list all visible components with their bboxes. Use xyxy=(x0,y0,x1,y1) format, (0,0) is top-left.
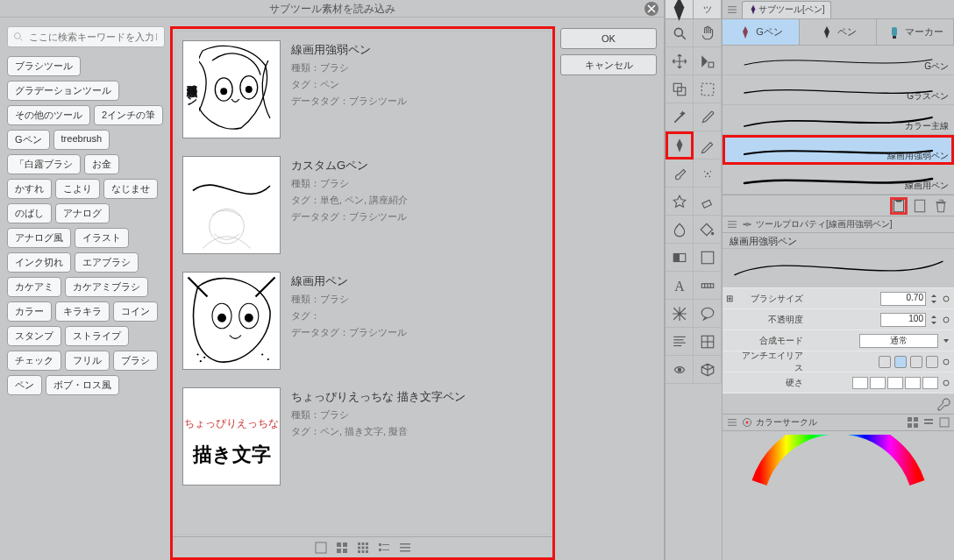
tag-item[interactable]: カケアミ xyxy=(7,277,61,297)
color-slider-icon[interactable] xyxy=(922,416,935,429)
tool-tab-more[interactable]: ツ xyxy=(694,0,722,18)
delete-subtool-button[interactable] xyxy=(933,198,949,214)
hardness-options[interactable] xyxy=(852,377,938,389)
tool-move-layer[interactable] xyxy=(666,75,694,103)
tool-fill[interactable] xyxy=(694,216,722,244)
tool-pencil[interactable] xyxy=(694,131,722,159)
tag-item[interactable]: ブラシ xyxy=(113,351,158,371)
tag-item[interactable]: フリル xyxy=(65,351,110,371)
tag-item[interactable]: コイン xyxy=(113,301,158,322)
result-item[interactable]: ちょっぴりえっちな描き文字ちょっぴりえっちな 描き文字ペン種類：ブラシタグ：ペン… xyxy=(175,379,550,494)
view-list-icon[interactable] xyxy=(399,542,411,554)
brush-item[interactable]: 線画用ペン xyxy=(723,165,954,195)
tag-item[interactable]: アナログ xyxy=(55,203,110,223)
tool-panel[interactable] xyxy=(694,328,722,356)
import-subtool-button[interactable] xyxy=(891,198,907,214)
subtool-panel-tab[interactable]: サブツール[ペン] xyxy=(742,1,831,18)
link-icon[interactable] xyxy=(942,315,950,325)
blend-mode-select[interactable]: 通常 xyxy=(859,334,938,348)
prop-opacity[interactable]: 不透明度 100 xyxy=(723,308,954,330)
panel-menu-icon[interactable] xyxy=(726,218,738,230)
panel-menu-icon[interactable] xyxy=(726,416,738,429)
view-detail-icon[interactable] xyxy=(378,542,390,554)
tool-correct[interactable] xyxy=(666,356,694,384)
result-item[interactable]: 線画用強弱ペン線画用強弱ペン種類：ブラシタグ：ペンデータタグ：ブラシツール xyxy=(175,32,550,147)
tag-item[interactable]: ブラシツール xyxy=(7,56,81,76)
brush-item[interactable]: カラー主線 xyxy=(723,105,954,135)
tool-text[interactable]: A xyxy=(666,272,694,300)
view-grid-icon[interactable] xyxy=(336,542,348,554)
link-icon[interactable] xyxy=(942,378,950,388)
tag-item[interactable]: カラー xyxy=(7,301,52,322)
tag-item[interactable]: グラデーションツール xyxy=(7,81,119,101)
tool-deco[interactable] xyxy=(666,188,694,216)
opacity-value[interactable]: 100 xyxy=(880,313,926,327)
tool-ruler[interactable] xyxy=(694,272,722,300)
color-circle[interactable] xyxy=(723,431,954,560)
tag-item[interactable]: お金 xyxy=(84,154,119,174)
stepper-icon[interactable] xyxy=(929,294,938,304)
color-set-icon[interactable] xyxy=(907,416,919,429)
tool-effectline[interactable] xyxy=(666,328,694,356)
tag-item[interactable]: 「白露ブラシ xyxy=(7,154,81,174)
tool-eyedropper[interactable] xyxy=(694,103,722,131)
tag-item[interactable]: のばし xyxy=(7,203,52,223)
tool-3d[interactable] xyxy=(694,356,722,384)
tag-item[interactable]: ボブ・ロス風 xyxy=(46,375,119,395)
subtool-tab[interactable]: ペン xyxy=(800,19,877,45)
tool-tab-pen[interactable] xyxy=(666,0,694,18)
tag-item[interactable]: イラスト xyxy=(75,228,129,248)
tool-brush[interactable] xyxy=(666,159,694,188)
chevron-down-icon[interactable] xyxy=(942,336,950,346)
tag-item[interactable]: キラキラ xyxy=(55,301,110,322)
subtool-tab[interactable]: マーカー xyxy=(877,19,954,45)
tool-select[interactable] xyxy=(694,75,722,103)
stepper-icon[interactable] xyxy=(929,315,938,325)
tag-item[interactable]: Gペン xyxy=(7,130,50,150)
tool-balloon[interactable] xyxy=(694,300,722,328)
results-list[interactable]: 線画用強弱ペン線画用強弱ペン種類：ブラシタグ：ペンデータタグ：ブラシツールカスタ… xyxy=(174,31,551,535)
tool-shape[interactable] xyxy=(694,244,722,272)
tool-blend[interactable] xyxy=(666,216,694,244)
link-icon[interactable] xyxy=(942,294,950,304)
brush-item[interactable]: 線画用強弱ペン xyxy=(723,135,954,165)
prop-brush-size[interactable]: ⊞ ブラシサイズ 0.70 xyxy=(723,287,954,308)
tag-item[interactable]: エアブラシ xyxy=(75,252,139,273)
tool-gradient[interactable] xyxy=(666,244,694,272)
result-item[interactable]: カスタムGペン種類：ブラシタグ：単色, ペン, 講座紹介データタグ：ブラシツール xyxy=(175,147,550,263)
tool-operation[interactable] xyxy=(694,47,722,75)
panel-menu-icon[interactable] xyxy=(726,4,738,16)
brush-item[interactable]: Gラスペン xyxy=(723,75,954,105)
tag-item[interactable]: カケアミブラシ xyxy=(65,277,148,297)
color-mixer-icon[interactable] xyxy=(938,416,950,429)
prop-blend-mode[interactable]: 合成モード 通常 xyxy=(723,330,954,351)
prop-antialias[interactable]: アンチエイリアス xyxy=(723,351,954,372)
tag-item[interactable]: treebrush xyxy=(53,130,110,150)
ok-button[interactable]: OK xyxy=(560,28,657,49)
tool-move[interactable] xyxy=(666,47,694,75)
tag-item[interactable]: スタンプ xyxy=(7,326,61,346)
tag-item[interactable]: その他のツール xyxy=(7,105,90,125)
tool-eraser[interactable] xyxy=(694,188,722,216)
search-input[interactable] xyxy=(27,31,159,43)
tag-item[interactable]: かすれ xyxy=(7,179,52,199)
tag-item[interactable]: なじませ xyxy=(103,179,158,199)
tag-item[interactable]: チェック xyxy=(7,351,61,371)
tag-item[interactable]: 2インチの筆 xyxy=(94,105,163,125)
tool-hand[interactable] xyxy=(694,19,722,47)
prop-hardness[interactable]: 硬さ xyxy=(723,372,954,393)
tool-pen[interactable] xyxy=(666,131,694,159)
cancel-button[interactable]: キャンセル xyxy=(560,54,657,75)
new-subtool-button[interactable] xyxy=(912,198,928,214)
antialias-options[interactable] xyxy=(879,356,938,368)
tag-item[interactable]: ペン xyxy=(7,375,42,395)
tag-item[interactable]: ストライプ xyxy=(65,326,129,346)
tool-zoom[interactable] xyxy=(666,19,694,47)
wrench-icon[interactable] xyxy=(936,397,950,411)
dialog-close-button[interactable] xyxy=(644,2,659,16)
tag-item[interactable]: インク切れ xyxy=(7,252,71,273)
view-large-icon[interactable] xyxy=(315,542,327,554)
tool-speedline[interactable] xyxy=(666,300,694,328)
link-icon[interactable] xyxy=(942,357,950,367)
view-small-icon[interactable] xyxy=(357,542,369,554)
